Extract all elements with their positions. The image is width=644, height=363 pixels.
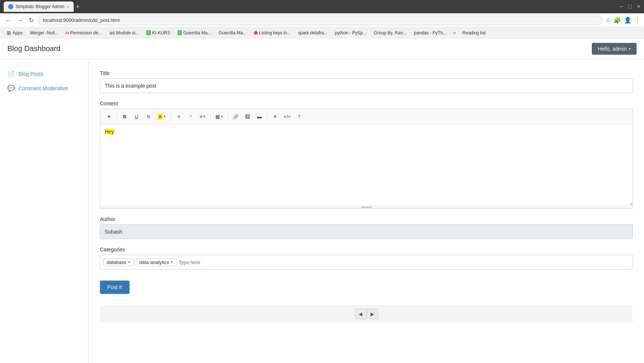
author-input[interactable] xyxy=(100,224,633,239)
bookmark-guerrilla2[interactable]: Guerrilla Ma... xyxy=(216,30,249,36)
bookmark-star-icon[interactable]: ☆ xyxy=(606,17,611,24)
bookmark-kikurs-badge: 6 xyxy=(146,30,151,35)
sidebar-item-comment-moderation[interactable]: 💬 Comment Moderation xyxy=(0,81,88,95)
toolbar-table-button[interactable]: ▦ ▾ xyxy=(213,111,225,122)
maximize-button[interactable]: □ xyxy=(628,3,632,10)
category-tag-data-analytics: data-analytics × xyxy=(136,258,177,266)
more-bookmarks-button[interactable]: » xyxy=(451,30,458,36)
editor-highlighted-text: Hey xyxy=(105,129,114,135)
categories-container[interactable]: database × data-analytics × xyxy=(100,255,633,269)
bookmark-merger[interactable]: Merger -Null... xyxy=(27,30,61,36)
sidebar-item-blog-posts[interactable]: 📄 Blog Posts xyxy=(0,67,88,81)
bookmark-listing[interactable]: Listing keys in... xyxy=(251,30,294,36)
editor-resize-handle[interactable] xyxy=(100,206,633,208)
toolbar-bold-button[interactable]: B xyxy=(119,111,130,122)
pagination-next-button[interactable]: ▶ xyxy=(366,309,378,319)
window-controls: − □ × xyxy=(620,3,640,10)
resize-handle-bar xyxy=(361,207,372,208)
minimize-button[interactable]: − xyxy=(620,3,623,10)
bookmark-guerrilla1-label: Guerrilla Ma... xyxy=(183,30,211,35)
bookmark-groupby[interactable]: Group By, Ran... xyxy=(371,30,409,36)
tab-favicon xyxy=(8,4,13,9)
toolbar-code-button[interactable]: </> xyxy=(282,111,293,122)
toolbar-video-button[interactable]: ▬ xyxy=(254,111,265,122)
page-wrapper: Blog Dashboard Hello, admin ▾ 📄 Blog Pos… xyxy=(0,38,644,363)
sidebar-item-blog-posts-label: Blog Posts xyxy=(19,71,43,77)
bookmark-apps[interactable]: ⊞ Apps xyxy=(4,29,26,37)
align-dropdown-icon: ▾ xyxy=(204,115,205,118)
title-label: Title xyxy=(100,70,633,76)
content-area: 📄 Blog Posts 💬 Comment Moderation Title … xyxy=(0,59,644,363)
category-database-remove-button[interactable]: × xyxy=(128,260,131,264)
category-type-input[interactable] xyxy=(179,259,630,265)
reload-button[interactable]: ↻ xyxy=(27,15,35,25)
bookmark-groupby-label: Group By, Ran... xyxy=(374,30,406,35)
editor-body[interactable]: Hey xyxy=(100,124,633,206)
toolbar-help-button[interactable]: ? xyxy=(294,111,305,122)
active-tab[interactable]: Simplistic Blogger Admin × xyxy=(4,1,74,12)
address-bar-icons: ☆ 🧩 👤 ⋮ xyxy=(606,17,640,24)
toolbar-image-button[interactable]: 🖼 xyxy=(242,111,253,122)
toolbar-separator-3 xyxy=(210,112,211,121)
bookmark-python[interactable]: python - PySp... xyxy=(332,30,369,36)
bookmark-merger-label: Merger -Null... xyxy=(30,30,58,35)
category-tag-database: database × xyxy=(103,258,134,266)
bookmark-pandas[interactable]: pandas - PyTh... xyxy=(411,30,450,36)
bookmark-listing-icon xyxy=(254,31,258,35)
category-data-analytics-remove-button[interactable]: × xyxy=(171,260,173,264)
extensions-icon[interactable]: 🧩 xyxy=(614,17,621,24)
bookmark-permission[interactable]: H Permission de... xyxy=(63,30,105,36)
url-input[interactable] xyxy=(38,16,603,25)
hello-admin-label: Hello, admin xyxy=(598,46,627,52)
bookmark-guerrilla1[interactable]: 6 Guerrilla Ma... xyxy=(175,30,214,36)
bookmark-guerrilla1-badge: 6 xyxy=(178,30,182,35)
bookmark-spark-label: spark delafra... xyxy=(298,30,327,35)
toolbar-magic-button[interactable]: ✦ xyxy=(103,111,114,122)
toolbar-underline-button[interactable]: U xyxy=(131,111,142,122)
post-it-button[interactable]: Post It xyxy=(100,281,130,294)
menu-icon[interactable]: ⋮ xyxy=(634,17,640,24)
blog-posts-icon: 📄 xyxy=(7,70,15,77)
forward-button[interactable]: → xyxy=(16,16,24,25)
close-window-button[interactable]: × xyxy=(637,3,640,10)
highlight-icon: A xyxy=(157,114,163,119)
tab-bar: Simplistic Blogger Admin × + xyxy=(4,1,80,12)
new-tab-button[interactable]: + xyxy=(76,3,80,11)
sidebar: 📄 Blog Posts 💬 Comment Moderation xyxy=(0,59,89,363)
toolbar-separator-1 xyxy=(117,112,117,121)
bookmark-apps-label: Apps xyxy=(13,30,23,35)
bookmarks-bar: ⊞ Apps Merger -Null... H Permission de..… xyxy=(0,27,644,38)
toolbar-separator-2 xyxy=(171,112,171,121)
table-dropdown-icon: ▾ xyxy=(221,115,223,118)
bookmark-spark[interactable]: spark delafra... xyxy=(295,30,330,36)
categories-form-group: Categories database × data-analytics × xyxy=(100,247,633,269)
bookmark-reading-list-label: Reading list xyxy=(462,30,486,35)
toolbar-strikethrough-button[interactable]: S xyxy=(143,111,154,122)
toolbar-ul-button[interactable]: ≡ xyxy=(173,111,184,122)
bookmark-listing-label: Listing keys in... xyxy=(259,30,291,35)
author-label: Author xyxy=(100,216,633,222)
toolbar-link-button[interactable]: 🔗 xyxy=(230,111,241,122)
toolbar-clear-button[interactable]: ✕ xyxy=(270,111,281,122)
toolbar-highlight-button[interactable]: A ▾ xyxy=(155,111,168,122)
sidebar-item-comment-moderation-label: Comment Moderation xyxy=(19,85,68,91)
browser-chrome: Simplistic Blogger Admin × + − □ × xyxy=(0,0,644,13)
author-form-group: Author xyxy=(100,216,633,239)
back-button[interactable]: ← xyxy=(4,16,13,25)
highlight-dropdown-icon: ▾ xyxy=(164,115,166,118)
title-input[interactable] xyxy=(100,78,633,93)
hello-admin-button[interactable]: Hello, admin ▾ xyxy=(592,43,637,55)
toolbar-align-button[interactable]: ≡ ▾ xyxy=(197,111,208,122)
bookmark-kikurs[interactable]: 6 KI-KURS xyxy=(143,30,173,36)
bookmark-asl[interactable]: asl.Module si... xyxy=(106,30,142,36)
align-icon: ≡ xyxy=(199,114,202,119)
tab-close-button[interactable]: × xyxy=(67,4,69,9)
pagination-prev-button[interactable]: ◀ xyxy=(355,309,366,319)
address-bar: ← → ↻ ☆ 🧩 👤 ⋮ xyxy=(0,13,644,27)
bookmark-reading-list[interactable]: Reading list xyxy=(459,30,489,36)
table-icon: ▦ xyxy=(215,114,220,119)
category-database-label: database xyxy=(107,259,127,265)
profile-icon[interactable]: 👤 xyxy=(624,17,631,24)
toolbar-separator-4 xyxy=(228,112,228,121)
toolbar-ol-button[interactable]: ⁼ xyxy=(185,111,196,122)
